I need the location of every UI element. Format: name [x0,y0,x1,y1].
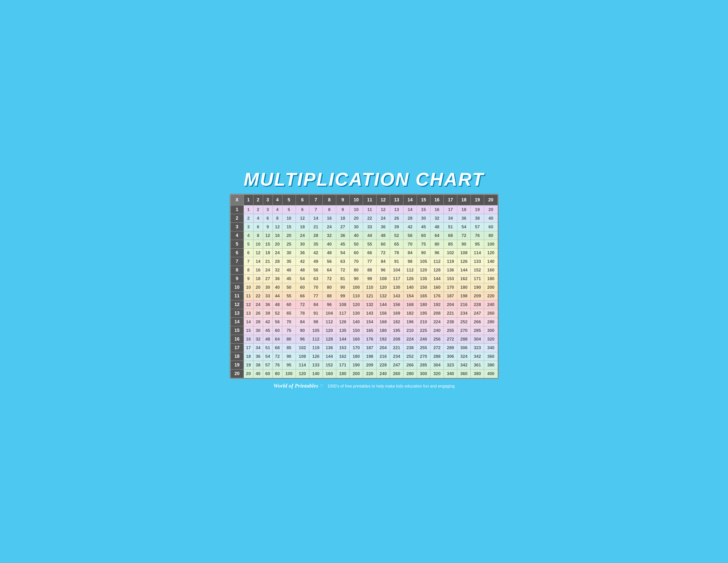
cell-15-11: 165 [363,326,376,335]
cell-4-7: 28 [309,231,323,240]
header-col-19: 19 [471,195,484,205]
cell-19-17: 323 [444,361,457,370]
cell-8-11: 88 [363,266,376,274]
cell-15-4: 60 [273,326,282,335]
cell-5-5: 25 [282,240,296,248]
cell-15-8: 120 [323,326,336,335]
cell-1-13: 13 [390,205,403,214]
cell-19-3: 57 [263,361,273,370]
cell-1-12: 12 [376,205,390,214]
cell-4-16: 64 [430,231,444,240]
cell-2-3: 6 [263,214,273,223]
cell-18-19: 342 [471,352,484,361]
row-label-2: 2 [230,214,244,223]
cell-5-9: 45 [336,240,349,248]
cell-20-20: 400 [484,370,498,378]
cell-17-2: 34 [253,344,263,352]
cell-1-10: 10 [349,205,363,214]
cell-15-9: 135 [336,326,349,335]
cell-15-12: 180 [376,326,390,335]
cell-5-12: 60 [376,240,390,248]
cell-9-6: 54 [296,274,309,283]
header-col-20: 20 [484,195,498,205]
cell-20-18: 360 [457,370,471,378]
cell-3-1: 3 [244,223,253,231]
cell-10-10: 100 [349,283,363,292]
cell-18-13: 234 [390,352,403,361]
cell-10-2: 20 [253,283,263,292]
cell-5-2: 10 [253,240,263,248]
cell-7-18: 126 [457,257,471,266]
cell-17-19: 323 [471,344,484,352]
page-title: MULTIPLICATION CHART [230,169,499,190]
cell-18-9: 162 [336,352,349,361]
cell-11-15: 165 [417,292,430,301]
cell-6-11: 66 [363,248,376,257]
cell-6-6: 36 [296,248,309,257]
table-row: 1313263952657891104117130143156169182195… [230,309,498,318]
cell-20-7: 140 [309,370,323,378]
row-label-10: 10 [230,283,244,292]
cell-2-14: 28 [403,214,417,223]
cell-8-12: 96 [376,266,390,274]
cell-12-16: 192 [430,301,444,309]
cell-3-5: 15 [282,223,296,231]
cell-20-1: 20 [244,370,253,378]
cell-16-14: 224 [403,335,417,344]
cell-1-8: 8 [323,205,336,214]
cell-11-4: 44 [273,292,282,301]
cell-5-11: 55 [363,240,376,248]
cell-16-11: 176 [363,335,376,344]
cell-14-9: 126 [336,318,349,326]
cell-13-11: 143 [363,309,376,318]
cell-8-9: 72 [336,266,349,274]
header-col-1: 1 [244,195,253,205]
row-label-18: 18 [230,352,244,361]
cell-5-13: 65 [390,240,403,248]
cell-11-7: 77 [309,292,323,301]
cell-1-5: 5 [282,205,296,214]
cell-19-1: 19 [244,361,253,370]
cell-5-20: 100 [484,240,498,248]
cell-2-11: 22 [363,214,376,223]
cell-3-12: 36 [376,223,390,231]
cell-19-14: 266 [403,361,417,370]
cell-11-3: 33 [263,292,273,301]
cell-12-7: 84 [309,301,323,309]
cell-3-11: 33 [363,223,376,231]
cell-14-13: 182 [390,318,403,326]
cell-5-4: 20 [273,240,282,248]
cell-3-3: 9 [263,223,273,231]
cell-16-7: 112 [309,335,323,344]
cell-2-16: 32 [430,214,444,223]
cell-7-7: 49 [309,257,323,266]
cell-8-16: 128 [430,266,444,274]
cell-10-17: 170 [444,283,457,292]
cell-17-7: 119 [309,344,323,352]
header-col-8: 8 [323,195,336,205]
cell-16-9: 144 [336,335,349,344]
cell-17-10: 170 [349,344,363,352]
header-col-18: 18 [457,195,471,205]
cell-14-5: 70 [282,318,296,326]
cell-17-18: 306 [457,344,471,352]
cell-11-16: 176 [430,292,444,301]
cell-15-16: 240 [430,326,444,335]
cell-14-2: 28 [253,318,263,326]
cell-13-2: 26 [253,309,263,318]
cell-7-16: 112 [430,257,444,266]
cell-9-10: 90 [349,274,363,283]
table-row: 6612182430364248546066727884909610210811… [230,248,498,257]
page-wrapper: MULTIPLICATION CHART X123456789101112131… [225,166,504,397]
cell-8-5: 40 [282,266,296,274]
cell-9-4: 36 [273,274,282,283]
cell-4-20: 80 [484,231,498,240]
cell-9-15: 135 [417,274,430,283]
header-col-5: 5 [282,195,296,205]
cell-7-4: 28 [273,257,282,266]
cell-16-2: 32 [253,335,263,344]
cell-6-9: 54 [336,248,349,257]
cell-6-12: 72 [376,248,390,257]
cell-3-4: 12 [273,223,282,231]
cell-15-2: 30 [253,326,263,335]
